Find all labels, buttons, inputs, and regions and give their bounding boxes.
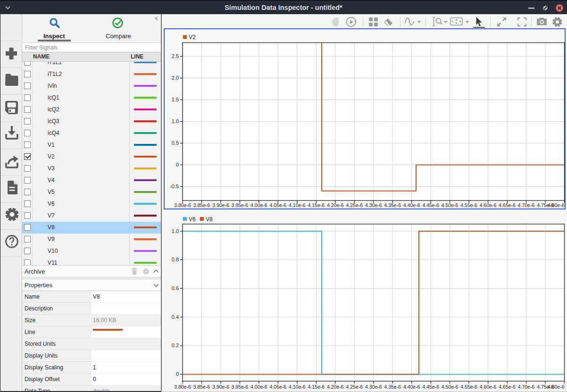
svg-text:V8: V8 — [206, 216, 213, 223]
svg-text:1.0: 1.0 — [172, 118, 179, 124]
svg-text:0.6: 0.6 — [172, 285, 179, 291]
svg-text:4.70e-6: 4.70e-6 — [518, 202, 535, 208]
svg-text:4.05e-6: 4.05e-6 — [270, 384, 287, 390]
svg-text:4.00e-6: 4.00e-6 — [250, 384, 267, 390]
svg-text:4.20e-6: 4.20e-6 — [327, 384, 344, 390]
svg-text:0.4: 0.4 — [172, 314, 179, 320]
svg-text:4.45e-6: 4.45e-6 — [422, 202, 439, 208]
svg-text:4.20e-6: 4.20e-6 — [327, 202, 344, 208]
svg-text:0: 0 — [176, 162, 179, 167]
svg-text:3.85e-6: 3.85e-6 — [193, 202, 210, 208]
svg-text:3.95e-6: 3.95e-6 — [232, 384, 249, 390]
svg-text:3.85e-6: 3.85e-6 — [193, 384, 210, 390]
svg-text:4.15e-6: 4.15e-6 — [308, 384, 325, 390]
svg-text:4.40e-6: 4.40e-6 — [403, 384, 420, 390]
svg-text:4.45e-6: 4.45e-6 — [422, 384, 439, 390]
svg-text:4.00e-6: 4.00e-6 — [250, 202, 267, 208]
svg-text:1.5: 1.5 — [172, 97, 179, 102]
svg-text:4.05e-6: 4.05e-6 — [270, 202, 287, 208]
svg-text:0.8: 0.8 — [172, 257, 179, 262]
svg-text:4.70e-6: 4.70e-6 — [518, 384, 535, 390]
svg-text:4.40e-6: 4.40e-6 — [403, 202, 420, 208]
svg-text:4.35e-6: 4.35e-6 — [384, 202, 401, 208]
svg-text:0.2: 0.2 — [172, 342, 179, 348]
svg-text:4.50e-6: 4.50e-6 — [442, 202, 459, 208]
svg-text:V2: V2 — [189, 34, 196, 41]
svg-text:4.10e-6: 4.10e-6 — [289, 202, 306, 208]
svg-text:4.25e-6: 4.25e-6 — [346, 384, 363, 390]
svg-text:4.80e-6: 4.80e-6 — [548, 202, 565, 208]
svg-text:3.90e-6: 3.90e-6 — [212, 202, 229, 208]
svg-text:3.80e-6: 3.80e-6 — [174, 202, 191, 208]
svg-text:4.10e-6: 4.10e-6 — [289, 384, 306, 390]
svg-text:4.80e-6: 4.80e-6 — [548, 384, 565, 390]
svg-text:4.30e-6: 4.30e-6 — [365, 384, 382, 390]
svg-text:4.55e-6: 4.55e-6 — [460, 202, 477, 208]
svg-text:4.50e-6: 4.50e-6 — [442, 384, 459, 390]
svg-text:4.60e-6: 4.60e-6 — [480, 202, 497, 208]
svg-text:2.0: 2.0 — [172, 75, 179, 81]
svg-text:4.30e-6: 4.30e-6 — [365, 202, 382, 208]
svg-text:3.90e-6: 3.90e-6 — [212, 384, 229, 390]
svg-text:0: 0 — [176, 371, 179, 377]
svg-text:4.65e-6: 4.65e-6 — [499, 202, 516, 208]
svg-text:4.15e-6: 4.15e-6 — [308, 202, 325, 208]
svg-text:1.0: 1.0 — [172, 228, 179, 234]
svg-text:0.5: 0.5 — [172, 140, 179, 146]
svg-text:3.95e-6: 3.95e-6 — [232, 202, 249, 208]
svg-text:4.25e-6: 4.25e-6 — [346, 202, 363, 208]
svg-text:V6: V6 — [189, 216, 196, 223]
svg-text:-0.5: -0.5 — [170, 183, 179, 189]
svg-text:4.65e-6: 4.65e-6 — [499, 384, 516, 390]
svg-text:4.60e-6: 4.60e-6 — [480, 384, 497, 390]
svg-text:3.80e-6: 3.80e-6 — [174, 384, 191, 390]
svg-text:4.55e-6: 4.55e-6 — [460, 384, 477, 390]
svg-text:4.35e-6: 4.35e-6 — [384, 384, 401, 390]
svg-text:2.5: 2.5 — [172, 53, 179, 59]
